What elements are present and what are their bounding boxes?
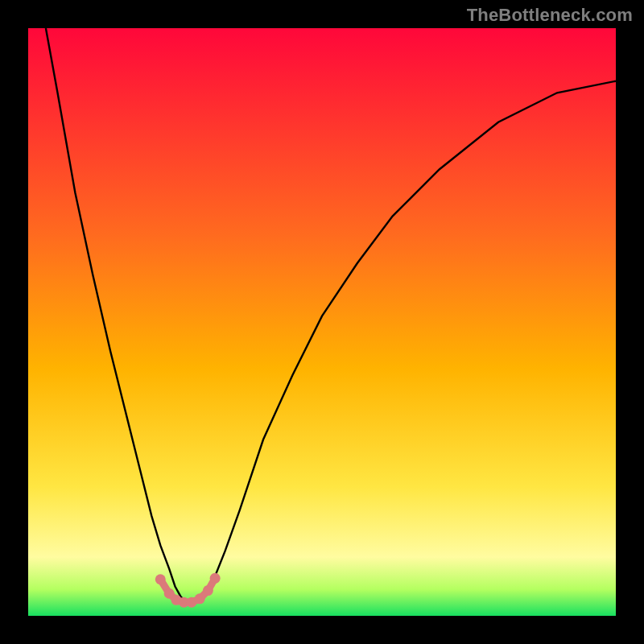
marker-dot	[155, 574, 166, 584]
gradient-background	[28, 28, 616, 616]
plot-area	[28, 28, 616, 616]
marker-dot	[203, 585, 213, 596]
marker-dot	[210, 573, 221, 584]
watermark-text: TheBottleneck.com	[467, 5, 633, 26]
marker-dot	[195, 593, 205, 604]
plot-svg	[28, 28, 616, 616]
chart-frame: TheBottleneck.com	[0, 0, 644, 644]
